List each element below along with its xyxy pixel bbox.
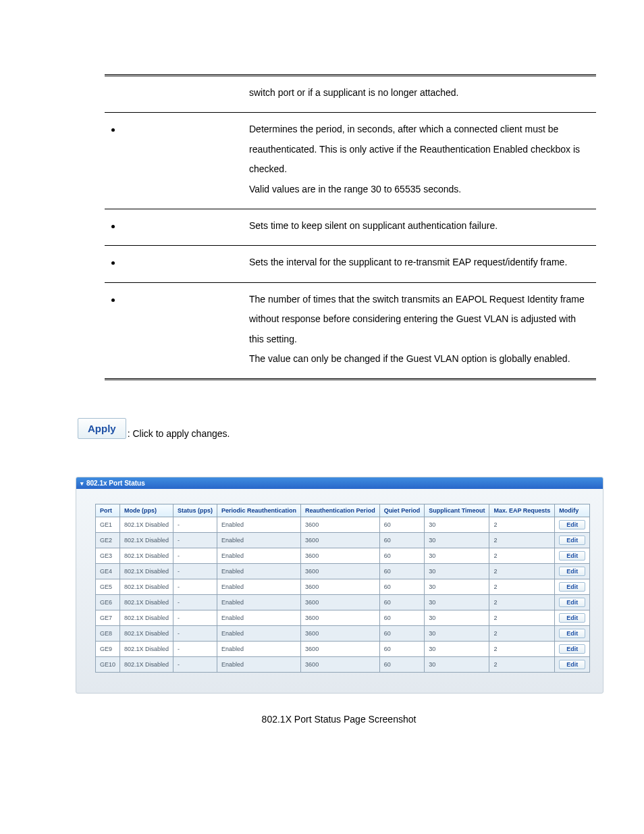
- table-cell: 60: [379, 517, 425, 533]
- modify-cell: Edit: [555, 657, 590, 673]
- port-status-panel: ▾ 802.1x Port Status PortMode (pps)Statu…: [76, 477, 603, 694]
- table-row: GE9802.1X Disabled-Enabled360060302Edit: [96, 642, 590, 657]
- edit-button[interactable]: Edit: [559, 598, 585, 607]
- table-cell: -: [173, 595, 217, 610]
- table-cell: Enabled: [217, 533, 301, 548]
- desc-label-cell: [105, 282, 244, 380]
- table-cell: 30: [425, 642, 489, 657]
- table-cell: 3600: [301, 626, 380, 642]
- table-cell: 2: [489, 533, 555, 548]
- table-cell: 2: [489, 610, 555, 626]
- table-cell: 802.1X Disabled: [120, 626, 173, 642]
- table-cell: 3600: [301, 548, 380, 564]
- table-cell: GE4: [96, 564, 120, 579]
- table-cell: Enabled: [217, 642, 301, 657]
- modify-cell: Edit: [555, 610, 590, 626]
- description-table: switch port or if a supplicant is no lon…: [105, 74, 596, 380]
- table-cell: 802.1X Disabled: [120, 595, 173, 610]
- table-cell: 3600: [301, 517, 380, 533]
- edit-button[interactable]: Edit: [559, 629, 585, 638]
- bullet-icon: [111, 128, 115, 132]
- table-cell: Enabled: [217, 657, 301, 673]
- table-cell: 2: [489, 595, 555, 610]
- table-row: GE6802.1X Disabled-Enabled360060302Edit: [96, 595, 590, 610]
- table-cell: -: [173, 517, 217, 533]
- table-cell: 2: [489, 517, 555, 533]
- panel-title-text: 802.1x Port Status: [86, 479, 145, 487]
- table-cell: 30: [425, 533, 489, 548]
- edit-button[interactable]: Edit: [559, 520, 585, 529]
- desc-label-cell: [105, 113, 244, 209]
- table-row: GE2802.1X Disabled-Enabled360060302Edit: [96, 533, 590, 548]
- table-cell: 3600: [301, 595, 380, 610]
- port-status-table: PortMode (pps)Status (pps)Periodic Reaut…: [95, 504, 590, 673]
- edit-button[interactable]: Edit: [559, 613, 585, 623]
- table-cell: Enabled: [217, 610, 301, 626]
- apply-button[interactable]: Apply: [78, 418, 126, 439]
- apply-text: : Click to apply changes.: [128, 428, 230, 439]
- table-cell: Enabled: [217, 548, 301, 564]
- desc-text-cell: The number of times that the switch tran…: [244, 282, 596, 380]
- edit-button[interactable]: Edit: [559, 644, 585, 654]
- table-cell: 30: [425, 610, 489, 626]
- bullet-icon: [111, 298, 115, 302]
- table-cell: -: [173, 579, 217, 595]
- table-cell: 2: [489, 548, 555, 564]
- table-cell: GE3: [96, 548, 120, 564]
- edit-button[interactable]: Edit: [559, 567, 585, 576]
- desc-label-cell: [105, 246, 244, 282]
- table-cell: 60: [379, 642, 425, 657]
- table-cell: -: [173, 642, 217, 657]
- modify-cell: Edit: [555, 564, 590, 579]
- table-cell: 802.1X Disabled: [120, 610, 173, 626]
- table-cell: 802.1X Disabled: [120, 657, 173, 673]
- table-cell: 30: [425, 595, 489, 610]
- column-header: Status (pps): [173, 504, 217, 517]
- table-cell: 30: [425, 579, 489, 595]
- column-header: Periodic Reauthentication: [217, 504, 301, 517]
- table-row: GE8802.1X Disabled-Enabled360060302Edit: [96, 626, 590, 642]
- table-cell: Enabled: [217, 517, 301, 533]
- edit-button[interactable]: Edit: [559, 551, 585, 561]
- table-cell: 3600: [301, 610, 380, 626]
- table-cell: 30: [425, 548, 489, 564]
- desc-text-cell: Sets the interval for the supplicant to …: [244, 246, 596, 282]
- table-cell: 3600: [301, 657, 380, 673]
- desc-text-cell: Determines the period, in seconds, after…: [244, 113, 596, 209]
- desc-label-cell: [105, 209, 244, 245]
- table-cell: GE7: [96, 610, 120, 626]
- table-cell: -: [173, 657, 217, 673]
- table-cell: 60: [379, 626, 425, 642]
- table-cell: 2: [489, 642, 555, 657]
- table-cell: 60: [379, 548, 425, 564]
- edit-button[interactable]: Edit: [559, 536, 585, 545]
- table-cell: 30: [425, 626, 489, 642]
- table-row: GE4802.1X Disabled-Enabled360060302Edit: [96, 564, 590, 579]
- panel-title-bar[interactable]: ▾ 802.1x Port Status: [76, 477, 603, 489]
- table-cell: 3600: [301, 642, 380, 657]
- table-cell: 60: [379, 657, 425, 673]
- table-cell: 802.1X Disabled: [120, 548, 173, 564]
- bullet-icon: [111, 261, 115, 265]
- desc-text-cell: Sets time to keep silent on supplicant a…: [244, 209, 596, 245]
- table-cell: 60: [379, 579, 425, 595]
- table-cell: 3600: [301, 579, 380, 595]
- figure-caption: 802.1X Port Status Page Screenshot: [76, 714, 602, 725]
- table-cell: 2: [489, 657, 555, 673]
- column-header: Mode (pps): [120, 504, 173, 517]
- table-cell: GE10: [96, 657, 120, 673]
- desc-label-cell: [105, 76, 244, 113]
- table-cell: GE2: [96, 533, 120, 548]
- edit-button[interactable]: Edit: [559, 582, 585, 592]
- table-cell: 2: [489, 579, 555, 595]
- column-header: Quiet Period: [379, 504, 425, 517]
- table-cell: -: [173, 610, 217, 626]
- column-header: Modify: [555, 504, 590, 517]
- table-cell: 2: [489, 626, 555, 642]
- modify-cell: Edit: [555, 533, 590, 548]
- table-cell: 60: [379, 533, 425, 548]
- edit-button[interactable]: Edit: [559, 660, 585, 669]
- table-cell: -: [173, 626, 217, 642]
- table-cell: 60: [379, 564, 425, 579]
- column-header: Max. EAP Requests: [489, 504, 555, 517]
